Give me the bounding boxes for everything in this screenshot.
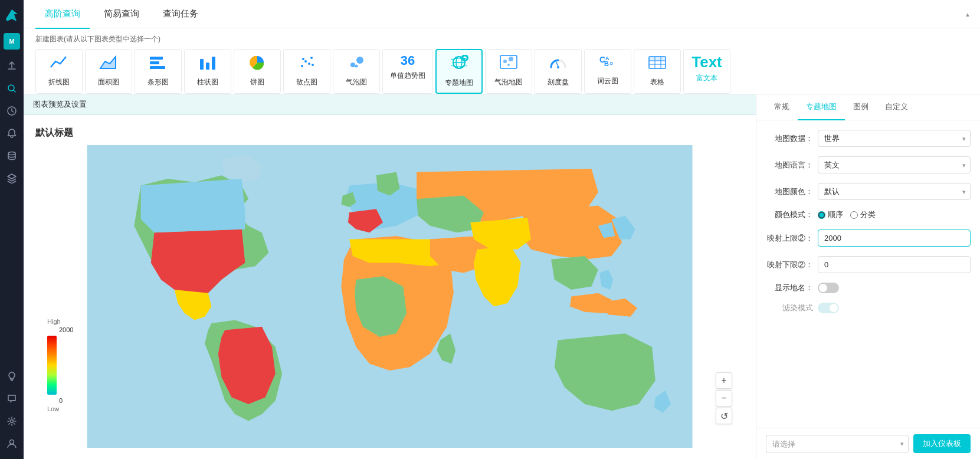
tab-legend[interactable]: 图例	[845, 94, 877, 120]
bubblemap-icon	[499, 54, 518, 74]
top-nav: 高阶查询 简易查询 查询任务 ▲	[24, 0, 980, 28]
map-max-row: 映射上限②：	[766, 230, 971, 247]
radio-sequential-label: 顺序	[828, 209, 843, 220]
chart-type-bar-h[interactable]: 条形图	[135, 49, 182, 94]
user-icon[interactable]	[2, 434, 21, 453]
bulb-icon[interactable]	[2, 367, 21, 386]
content-area: 图表预览及设置 默认标题	[24, 94, 980, 459]
chart-type-area[interactable]: 面积图	[85, 49, 132, 94]
svg-point-2	[8, 152, 15, 155]
svg-point-29	[509, 57, 513, 61]
chart-type-map[interactable]: ✓ 专题地图	[435, 49, 483, 94]
dashboard-select-wrapper: 请选择	[766, 435, 909, 453]
richtext-label: 富文本	[696, 73, 717, 83]
radio-categorical[interactable]: 分类	[850, 209, 876, 220]
zoom-out-button[interactable]: −	[716, 390, 732, 406]
sidebar: M	[0, 0, 24, 459]
tab-thematic-map[interactable]: 专题地图	[798, 94, 845, 120]
show-name-row: 显示地名：	[766, 283, 971, 293]
chart-type-bar-v[interactable]: 柱状图	[184, 49, 231, 94]
svg-point-19	[350, 63, 355, 67]
legend-low-label: Low	[47, 405, 59, 412]
map-language-select-wrapper: 英文 中文	[818, 156, 971, 173]
bar-v-icon	[198, 54, 217, 74]
pie-label: 饼图	[250, 77, 264, 87]
svg-point-17	[302, 58, 304, 60]
wordcloud-label: 词云图	[597, 76, 618, 86]
preview-header: 图表预览及设置	[24, 94, 756, 115]
svg-point-4	[10, 440, 14, 444]
svg-text:B: B	[604, 60, 609, 67]
map-color-select-wrapper: 默认	[818, 183, 971, 200]
chart-type-line[interactable]: 折线图	[35, 49, 83, 94]
map-data-select[interactable]: 世界 中国	[818, 130, 971, 147]
tab-simple-query[interactable]: 简易查询	[94, 0, 149, 29]
svg-point-30	[507, 64, 510, 66]
chart-type-gauge[interactable]: 刻度盘	[535, 49, 582, 94]
settings-icon[interactable]	[2, 412, 21, 431]
settings-content: 地图数据： 世界 中国 地图语言： 英文 中文	[756, 120, 980, 428]
chart-type-table[interactable]: 表格	[634, 49, 681, 94]
color-mode-label: 颜色模式：	[766, 209, 813, 220]
map-min-label: 映射下限②：	[766, 260, 813, 270]
collapse-button[interactable]: ▲	[965, 11, 971, 17]
sidebar-bottom	[2, 367, 21, 453]
svg-point-31	[557, 66, 559, 68]
map-min-input[interactable]	[818, 256, 971, 273]
radio-categorical-input[interactable]	[850, 211, 858, 219]
avatar: M	[4, 33, 20, 50]
layers-icon[interactable]	[2, 169, 21, 188]
svg-rect-11	[212, 57, 215, 70]
line-chart-label: 折线图	[48, 77, 70, 87]
zoom-in-button[interactable]: +	[716, 372, 732, 389]
filter-mode-toggle[interactable]	[818, 303, 839, 313]
area-chart-label: 面积图	[98, 77, 119, 87]
tab-general[interactable]: 常规	[766, 94, 798, 120]
pie-icon	[248, 54, 267, 74]
tab-advanced-query[interactable]: 高阶查询	[35, 0, 90, 29]
area-chart-icon	[99, 54, 118, 74]
radio-sequential[interactable]: 顺序	[818, 209, 843, 220]
bottom-bar: 请选择 加入仪表板	[756, 428, 980, 459]
dashboard-select[interactable]: 请选择	[766, 435, 909, 453]
map-data-select-wrapper: 世界 中国	[818, 130, 971, 147]
reset-button[interactable]: ↺	[716, 408, 732, 424]
gauge-icon	[549, 54, 568, 74]
map-icon: ✓	[450, 55, 468, 74]
filter-mode-label: 滤染模式	[766, 303, 813, 313]
chart-type-wordcloud[interactable]: C A B D 词云图	[584, 49, 631, 94]
chart-type-richtext[interactable]: Text 富文本	[683, 49, 730, 94]
svg-point-14	[304, 60, 307, 63]
map-max-label: 映射上限②：	[766, 233, 813, 244]
map-color-select[interactable]: 默认	[818, 183, 971, 200]
radio-sequential-input[interactable]	[818, 211, 825, 219]
svg-point-13	[301, 65, 303, 67]
clock-icon[interactable]	[2, 101, 21, 120]
show-name-toggle[interactable]	[818, 283, 839, 293]
chart-type-trend[interactable]: 36 单值趋势图	[382, 49, 433, 94]
settings-tabs: 常规 专题地图 图例 自定义	[756, 94, 980, 120]
map-language-select[interactable]: 英文 中文	[818, 156, 971, 173]
search-icon[interactable]	[2, 79, 21, 98]
chart-type-bubble[interactable]: 气泡图	[333, 49, 380, 94]
map-max-input[interactable]	[818, 230, 971, 247]
map-legend: High 2000 0 Low	[47, 318, 73, 412]
bell-icon[interactable]	[2, 124, 21, 143]
chart-type-bubblemap[interactable]: 气泡地图	[485, 49, 532, 94]
add-to-dashboard-button[interactable]: 加入仪表板	[913, 434, 971, 453]
svg-rect-6	[150, 57, 163, 60]
tab-custom[interactable]: 自定义	[877, 94, 916, 120]
svg-text:D: D	[610, 61, 613, 65]
chart-preview: 图表预览及设置 默认标题	[24, 94, 756, 459]
map-container[interactable]: High 2000 0 Low + − ↺	[35, 145, 744, 448]
color-mode-row: 颜色模式： 顺序 分类	[766, 209, 971, 220]
database-icon[interactable]	[2, 146, 21, 165]
legend-high-label: High	[47, 318, 61, 325]
tab-query-task[interactable]: 查询任务	[153, 0, 208, 29]
chart-type-pie[interactable]: 饼图	[234, 49, 281, 94]
chart-type-scatter[interactable]: 散点图	[283, 49, 330, 94]
upload-icon[interactable]	[2, 57, 21, 76]
chat-icon[interactable]	[2, 389, 21, 408]
new-chart-label: 新建图表(请从以下图表类型中选择一个)	[35, 34, 968, 44]
table-label: 表格	[650, 77, 664, 87]
